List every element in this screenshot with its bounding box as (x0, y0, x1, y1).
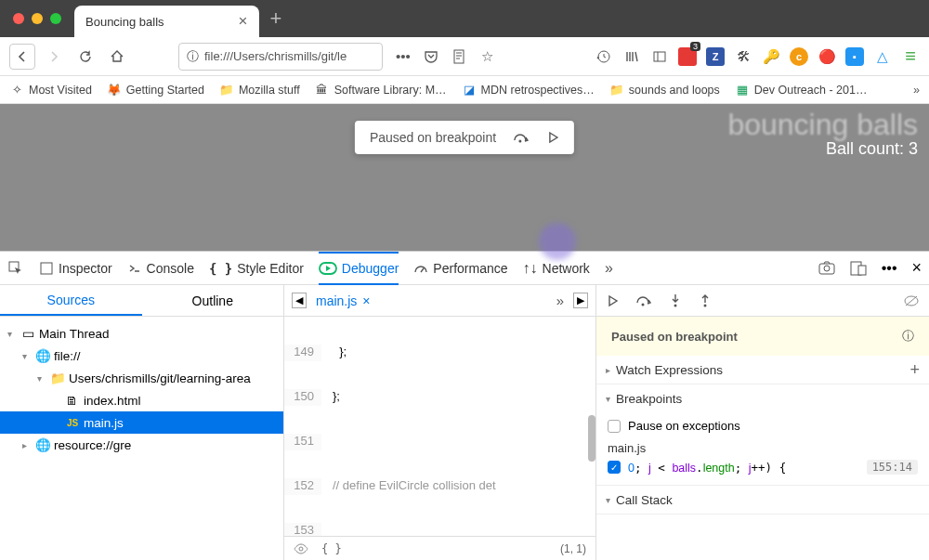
tree-domain[interactable]: ▸🌐resource://gre (0, 434, 283, 456)
editor-file-tab[interactable]: main.js× (316, 293, 371, 308)
tab-title: Bouncing balls (85, 15, 164, 29)
bookmark-item[interactable]: 🦊Getting Started (107, 83, 204, 98)
tab-inspector[interactable]: Inspector (39, 252, 112, 285)
page-content: Paused on breakpoint bouncing balls Ball… (0, 104, 929, 251)
tab-sources[interactable]: Sources (0, 285, 142, 316)
library-icon[interactable] (622, 47, 641, 66)
code-editor[interactable]: 149 }; 150}; 151 152// define EvilCircle… (284, 317, 595, 536)
tree-file[interactable]: 🗎index.html (0, 389, 283, 411)
editor-scrollbar[interactable] (588, 415, 595, 462)
url-bar[interactable]: ⓘ file:///Users/chrismills/git/le (178, 43, 383, 71)
maximize-window-button[interactable] (50, 13, 61, 24)
extension-video-icon[interactable]: ▪ (845, 47, 864, 66)
editor-overflow-icon[interactable]: » (556, 293, 564, 308)
bookmark-overflow-icon[interactable]: » (913, 84, 920, 97)
tree-folder[interactable]: ▾📁Users/chrismills/git/learning-area (0, 367, 283, 389)
bookmark-item[interactable]: ✧Most Visited (9, 83, 92, 98)
breakpoints-header[interactable]: ▾Breakpoints (596, 384, 929, 412)
tree-thread[interactable]: ▾▭Main Thread (0, 322, 283, 345)
traffic-lights (0, 13, 74, 24)
step-over-button[interactable] (635, 294, 652, 307)
extension-tool-icon[interactable]: 🛠 (734, 47, 752, 66)
browser-tab[interactable]: Bouncing balls × (74, 6, 259, 37)
info-icon[interactable]: ⓘ (187, 48, 199, 65)
reload-button[interactable] (72, 44, 98, 70)
extension-dot-icon[interactable]: 🔴 (818, 47, 836, 66)
history-icon[interactable] (595, 47, 613, 66)
tab-performance[interactable]: Performance (413, 252, 507, 285)
tab-overflow-icon[interactable]: » (605, 260, 613, 277)
tree-domain[interactable]: ▾🌐file:// (0, 345, 283, 367)
url-text: file:///Users/chrismills/git/le (204, 49, 347, 63)
step-over-icon[interactable] (513, 131, 530, 144)
folder-icon: 📁 (50, 371, 65, 385)
watch-icon[interactable] (294, 543, 308, 554)
breakpoint-location: 155:14 (867, 460, 918, 475)
pocket-icon[interactable] (422, 47, 440, 66)
bookmark-item[interactable]: ▦Dev Outreach - 201… (735, 83, 868, 98)
devtools-tabs: Inspector Console { }Style Editor Debugg… (0, 252, 929, 285)
extension-z-icon[interactable]: Z (706, 47, 725, 66)
close-devtools-icon[interactable]: × (911, 258, 922, 278)
element-picker-icon[interactable] (7, 260, 24, 277)
svg-point-11 (299, 547, 303, 551)
checkbox-icon[interactable] (608, 420, 621, 433)
nav-toolbar: ⓘ file:///Users/chrismills/git/le ••• ☆ … (0, 37, 929, 76)
svg-point-8 (824, 266, 830, 271)
prettify-icon[interactable]: { } (321, 542, 342, 555)
close-file-icon[interactable]: × (362, 293, 370, 308)
bookmark-item[interactable]: ◪MDN retrospectives… (462, 83, 595, 98)
bookmark-item[interactable]: 📁sounds and loops (609, 83, 720, 98)
watch-expressions-header[interactable]: ▸Watch Expressions+ (596, 356, 929, 384)
responsive-icon[interactable] (850, 261, 867, 276)
toolbar-right: Z 🛠 🔑 c 🔴 ▪ △ ≡ (595, 47, 920, 66)
tab-style-editor[interactable]: { }Style Editor (209, 252, 304, 285)
bookmark-star-icon[interactable]: ☆ (478, 47, 496, 66)
step-out-button[interactable] (699, 293, 712, 308)
new-tab-button[interactable]: + (270, 7, 282, 31)
reader-icon[interactable] (450, 47, 468, 66)
bookmark-icon: ✧ (9, 83, 24, 98)
home-button[interactable] (104, 44, 130, 70)
devtools-menu-icon[interactable]: ••• (882, 260, 897, 277)
tree-file-active[interactable]: JSmain.js (0, 411, 283, 434)
extension-key-icon[interactable]: 🔑 (762, 47, 780, 66)
sidebar-icon[interactable] (650, 47, 669, 66)
svg-rect-10 (858, 266, 866, 275)
breakpoint-file-label: main.js (596, 436, 929, 457)
collapse-right-icon[interactable]: ▶ (573, 293, 588, 308)
extension-c-icon[interactable]: c (790, 47, 808, 66)
disable-breakpoints-icon[interactable] (903, 294, 920, 307)
svg-point-3 (519, 140, 522, 143)
collapse-left-icon[interactable]: ◀ (292, 293, 307, 308)
svg-point-12 (642, 303, 645, 306)
checkbox-checked-icon[interactable]: ✓ (608, 461, 621, 474)
back-button[interactable] (9, 44, 35, 70)
bookmark-item[interactable]: 🏛Software Library: M… (315, 83, 447, 98)
bookmark-icon: ◪ (462, 83, 477, 98)
resume-button[interactable] (606, 294, 619, 307)
close-tab-icon[interactable]: × (239, 12, 248, 31)
close-window-button[interactable] (13, 13, 24, 24)
menu-icon[interactable]: ≡ (901, 47, 920, 66)
page-heading: bouncing balls (727, 108, 918, 142)
extension-badge-icon[interactable] (678, 47, 697, 66)
tab-outline[interactable]: Outline (142, 285, 284, 316)
tab-debugger[interactable]: Debugger (319, 252, 399, 285)
resume-icon[interactable] (546, 131, 559, 144)
editor-status-bar: { } (1, 1) (284, 536, 595, 560)
bookmark-item[interactable]: 📁Mozilla stuff (219, 83, 300, 98)
add-watch-icon[interactable]: + (909, 360, 920, 380)
extension-triangle-icon[interactable]: △ (873, 47, 892, 66)
pause-on-exceptions-row[interactable]: Pause on exceptions (596, 416, 929, 436)
call-stack-header[interactable]: ▾Call Stack (596, 486, 929, 514)
step-in-button[interactable] (669, 293, 682, 308)
ball-graphic (539, 223, 576, 260)
minimize-window-button[interactable] (32, 13, 43, 24)
tab-console[interactable]: Console (127, 252, 194, 285)
more-icon[interactable]: ••• (394, 47, 412, 66)
paused-banner: Paused on breakpoint ⓘ (596, 317, 929, 356)
screenshot-icon[interactable] (818, 261, 835, 276)
info-icon[interactable]: ⓘ (902, 328, 914, 345)
breakpoint-row[interactable]: ✓ 0; j < balls.length; j++) { 155:14 (596, 457, 929, 477)
